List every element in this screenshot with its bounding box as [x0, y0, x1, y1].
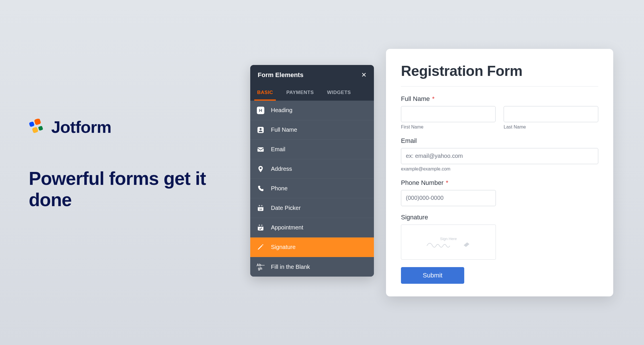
svg-rect-2 [32, 127, 39, 133]
element-signature[interactable]: Signature [250, 237, 374, 257]
person-icon [250, 126, 271, 134]
field-phone: Phone Number * [401, 179, 598, 206]
last-name-sublabel: Last Name [504, 124, 598, 130]
envelope-icon [250, 146, 271, 153]
svg-rect-3 [38, 126, 43, 131]
heading-icon: H [250, 107, 271, 114]
email-input[interactable] [401, 148, 598, 164]
fill-blank-icon: Ab—gh [250, 263, 271, 271]
last-name-input[interactable] [504, 106, 598, 122]
label-text: Email [401, 137, 417, 145]
svg-rect-0 [29, 121, 35, 127]
element-email[interactable]: Email [250, 140, 374, 159]
first-name-input[interactable] [401, 106, 496, 122]
svg-point-7 [260, 167, 262, 169]
form-elements-panel: Form Elements ✕ BASIC PAYMENTS WIDGETS H… [250, 65, 374, 277]
calendar-date-icon: 10 [250, 204, 271, 212]
panel-title: Form Elements [258, 71, 303, 79]
svg-rect-10 [259, 205, 260, 206]
elements-list: H Heading Full Name Email Address [250, 101, 374, 277]
tab-widgets[interactable]: WIDGETS [324, 85, 354, 101]
svg-rect-15 [259, 225, 260, 226]
element-address[interactable]: Address [250, 159, 374, 179]
signature-pad[interactable]: Sign Here [401, 225, 496, 260]
tab-payments[interactable]: PAYMENTS [283, 85, 317, 101]
element-label: Heading [271, 107, 293, 114]
element-fill-blank[interactable]: Ab—gh Fill in the Blank [250, 257, 374, 277]
panel-tabs: BASIC PAYMENTS WIDGETS [250, 85, 374, 101]
element-label: Phone [271, 185, 288, 192]
svg-rect-11 [261, 205, 262, 206]
element-heading[interactable]: H Heading [250, 101, 374, 120]
required-asterisk: * [432, 95, 435, 103]
jotform-logo-icon [29, 119, 45, 135]
svg-rect-16 [261, 225, 262, 226]
field-label: Email [401, 137, 598, 145]
brand-name: Jotform [51, 117, 111, 137]
svg-point-5 [260, 128, 262, 130]
logo: Jotform [29, 117, 224, 137]
element-full-name[interactable]: Full Name [250, 120, 374, 140]
field-full-name: Full Name * First Name Last Name [401, 95, 598, 130]
label-text: Phone Number [401, 179, 444, 187]
email-helper: example@example.com [401, 166, 598, 172]
element-label: Appointment [271, 224, 303, 231]
tab-basic[interactable]: BASIC [254, 85, 276, 101]
phone-icon [250, 185, 271, 192]
element-label: Date Picker [271, 205, 301, 211]
close-icon[interactable]: ✕ [361, 71, 366, 79]
field-email: Email example@example.com [401, 137, 598, 172]
element-date-picker[interactable]: 10 Date Picker [250, 198, 374, 218]
svg-rect-6 [257, 147, 264, 152]
pin-icon [250, 165, 271, 173]
element-appointment[interactable]: Appointment [250, 218, 374, 237]
field-label: Full Name * [401, 95, 598, 103]
element-label: Full Name [271, 126, 297, 133]
form-preview: Registration Form Full Name * First Name… [386, 49, 613, 296]
element-label: Address [271, 166, 292, 172]
field-label: Signature [401, 214, 598, 221]
svg-rect-14 [258, 225, 263, 227]
panel-header: Form Elements ✕ [250, 65, 374, 85]
element-label: Fill in the Blank [271, 264, 310, 270]
label-text: Signature [401, 214, 428, 221]
pen-icon [250, 244, 271, 251]
phone-input[interactable] [401, 190, 496, 206]
svg-rect-1 [34, 119, 41, 125]
sign-here-text: Sign Here [440, 237, 457, 241]
marketing-block: Jotform Powerful forms get it done [29, 117, 224, 210]
form-title: Registration Form [401, 63, 598, 79]
element-label: Email [271, 146, 285, 153]
headline: Powerful forms get it done [29, 168, 224, 210]
calendar-check-icon [250, 224, 271, 231]
divider [401, 86, 598, 87]
label-text: Full Name [401, 95, 430, 103]
field-label: Phone Number * [401, 179, 598, 187]
required-asterisk: * [446, 179, 448, 187]
svg-rect-9 [258, 206, 263, 207]
element-phone[interactable]: Phone [250, 179, 374, 198]
submit-button[interactable]: Submit [401, 267, 464, 284]
svg-text:10: 10 [259, 208, 262, 210]
element-label: Signature [271, 244, 296, 250]
field-signature: Signature Sign Here [401, 214, 598, 260]
first-name-sublabel: First Name [401, 124, 496, 130]
